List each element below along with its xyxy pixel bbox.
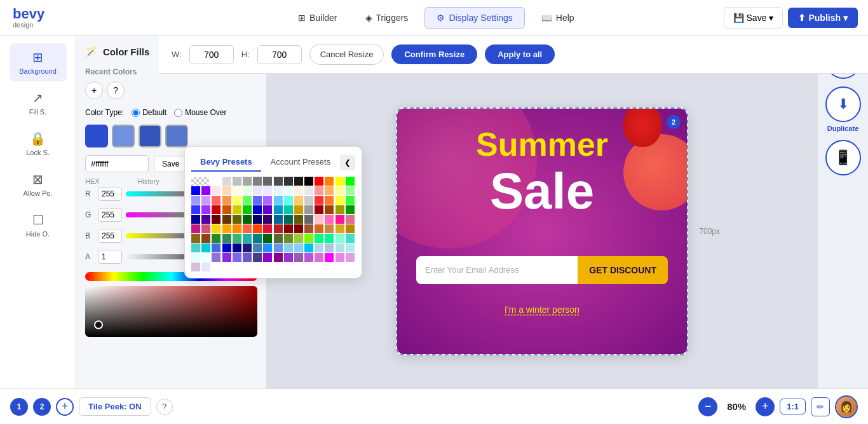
preset-color-swatch[interactable] xyxy=(304,196,313,205)
close-presets-button[interactable]: ❮ xyxy=(340,155,355,170)
zoom-out-button[interactable]: − xyxy=(698,397,717,416)
default-radio-label[interactable]: Default xyxy=(132,108,166,117)
preset-color-swatch[interactable] xyxy=(315,177,323,186)
preset-color-swatch[interactable] xyxy=(201,253,210,262)
preset-color-swatch[interactable] xyxy=(201,263,210,271)
preset-color-swatch[interactable] xyxy=(191,196,200,205)
preset-color-swatch[interactable] xyxy=(294,253,303,262)
preset-color-swatch[interactable] xyxy=(212,205,220,214)
sidebar-hide[interactable]: ☐ Hide O. xyxy=(10,206,67,244)
preset-color-swatch[interactable] xyxy=(191,205,200,214)
preset-color-swatch[interactable] xyxy=(336,196,344,205)
preset-color-swatch[interactable] xyxy=(212,186,220,195)
preset-color-swatch[interactable] xyxy=(222,224,231,233)
preset-color-swatch[interactable] xyxy=(274,253,283,262)
height-input[interactable] xyxy=(257,45,302,64)
preset-color-swatch[interactable] xyxy=(201,186,210,195)
preset-color-swatch[interactable] xyxy=(191,224,200,233)
preset-color-swatch[interactable] xyxy=(346,186,355,195)
preset-color-swatch[interactable] xyxy=(222,253,231,262)
preset-color-swatch[interactable] xyxy=(284,243,293,252)
a-value-input[interactable] xyxy=(98,250,122,264)
preset-color-swatch[interactable] xyxy=(294,205,303,214)
preset-color-swatch[interactable] xyxy=(304,253,313,262)
preset-color-swatch[interactable] xyxy=(294,234,303,243)
preset-color-swatch[interactable] xyxy=(315,205,323,214)
preset-color-swatch[interactable] xyxy=(346,224,355,233)
preset-color-swatch[interactable] xyxy=(191,234,200,243)
preset-color-swatch[interactable] xyxy=(263,253,272,262)
preset-color-swatch[interactable] xyxy=(274,186,283,195)
preset-color-swatch[interactable] xyxy=(253,205,262,214)
nav-triggers[interactable]: ◈ Triggers xyxy=(354,8,420,28)
preset-color-swatch[interactable] xyxy=(346,205,355,214)
preset-color-swatch[interactable] xyxy=(243,224,252,233)
preset-color-swatch[interactable] xyxy=(325,253,334,262)
preset-color-swatch[interactable] xyxy=(294,177,303,186)
preset-color-swatch[interactable] xyxy=(274,215,283,224)
preset-color-swatch[interactable] xyxy=(274,224,283,233)
color-picker-area[interactable] xyxy=(85,286,257,337)
add-color-button[interactable]: + xyxy=(85,81,103,99)
add-page-button[interactable]: + xyxy=(56,398,74,416)
preset-color-swatch[interactable] xyxy=(336,205,344,214)
color-swatch-1[interactable] xyxy=(85,125,108,147)
preset-color-swatch[interactable] xyxy=(304,186,313,195)
preset-color-swatch[interactable] xyxy=(243,243,252,252)
width-input[interactable] xyxy=(189,45,234,64)
preset-color-swatch[interactable] xyxy=(253,234,262,243)
preset-color-swatch[interactable] xyxy=(304,224,313,233)
preset-color-swatch[interactable] xyxy=(284,196,293,205)
preset-color-swatch[interactable] xyxy=(233,205,241,214)
preset-color-swatch[interactable] xyxy=(233,215,241,224)
preset-color-swatch[interactable] xyxy=(222,186,231,195)
nav-builder[interactable]: ⊞ Builder xyxy=(287,8,349,28)
publish-button[interactable]: ⬆ Publish ▾ xyxy=(788,8,858,28)
preset-color-swatch[interactable] xyxy=(222,196,231,205)
preset-color-swatch[interactable] xyxy=(212,243,220,252)
preset-color-swatch[interactable] xyxy=(336,243,344,252)
preset-color-swatch[interactable] xyxy=(233,224,241,233)
zoom-ratio-button[interactable]: 1:1 xyxy=(780,399,806,414)
preset-color-swatch[interactable] xyxy=(222,177,231,186)
preset-color-swatch[interactable] xyxy=(325,186,334,195)
preset-color-swatch[interactable] xyxy=(284,215,293,224)
preset-color-swatch[interactable] xyxy=(304,243,313,252)
mobile-preview-button[interactable]: 📱 xyxy=(825,140,861,175)
preset-color-swatch[interactable] xyxy=(315,196,323,205)
sidebar-background[interactable]: ⊞ Background xyxy=(10,43,67,81)
preset-color-swatch[interactable] xyxy=(304,205,313,214)
preset-color-swatch[interactable] xyxy=(284,224,293,233)
preset-color-swatch[interactable] xyxy=(325,243,334,252)
preset-color-swatch[interactable] xyxy=(294,224,303,233)
preset-color-swatch[interactable] xyxy=(253,215,262,224)
preset-color-swatch[interactable] xyxy=(315,224,323,233)
mouseover-radio[interactable] xyxy=(174,109,182,117)
preset-color-swatch[interactable] xyxy=(253,243,262,252)
apply-all-button[interactable]: Apply to all xyxy=(485,44,555,64)
color-swatch-2[interactable] xyxy=(112,125,135,147)
preset-color-swatch[interactable] xyxy=(325,196,334,205)
preset-color-swatch[interactable] xyxy=(274,234,283,243)
preset-color-swatch[interactable] xyxy=(346,234,355,243)
preset-color-swatch[interactable] xyxy=(201,243,210,252)
preset-color-swatch[interactable] xyxy=(222,205,231,214)
preset-color-swatch[interactable] xyxy=(243,196,252,205)
preset-color-swatch[interactable] xyxy=(201,205,210,214)
hex-input[interactable] xyxy=(85,155,149,172)
preset-color-swatch[interactable] xyxy=(233,234,241,243)
r-value-input[interactable] xyxy=(98,187,122,201)
preset-color-swatch[interactable] xyxy=(346,196,355,205)
preset-color-swatch[interactable] xyxy=(315,253,323,262)
preset-color-swatch[interactable] xyxy=(212,234,220,243)
preset-color-swatch[interactable] xyxy=(315,243,323,252)
tile-peek-toggle[interactable]: Tile Peek: ON xyxy=(79,397,151,416)
preset-color-swatch[interactable] xyxy=(212,196,220,205)
preset-color-swatch[interactable] xyxy=(222,215,231,224)
preset-color-swatch[interactable] xyxy=(243,186,252,195)
color-swatch-4[interactable] xyxy=(165,125,188,147)
preset-color-swatch[interactable] xyxy=(315,234,323,243)
question-color-button[interactable]: ? xyxy=(107,81,125,99)
preset-color-swatch[interactable] xyxy=(294,186,303,195)
preset-color-swatch[interactable] xyxy=(233,196,241,205)
